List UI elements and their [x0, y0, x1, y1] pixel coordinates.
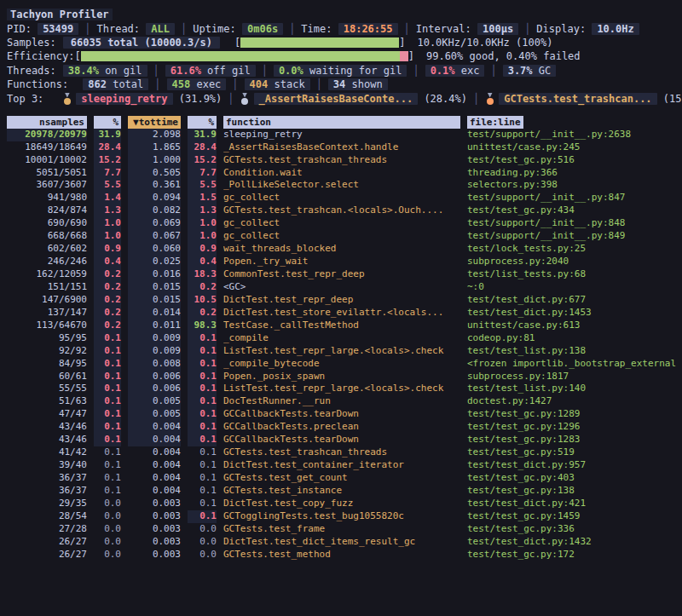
cell-nsamples: 95/95 — [7, 332, 87, 345]
cell-nsamples: 824/874 — [7, 204, 87, 217]
cell-nsamples: 147/6900 — [7, 294, 87, 307]
status-label: Uptime: — [193, 23, 242, 35]
cell-file-line: selectors.py:398 — [467, 179, 682, 192]
efficiency-line: Efficiency:[]99.60% good, 0.40% failed — [7, 49, 682, 63]
cell-tottime: 0.005 — [128, 395, 181, 408]
cell-pct-cumulative: 98.3 — [188, 320, 217, 332]
status-value: ALL — [146, 23, 175, 35]
separator-icon: │ — [518, 23, 536, 35]
table-row: 29/350.00.0030.1DictTest.test_copy_fuzzt… — [7, 498, 682, 510]
cell-nsamples: 137/147 — [7, 307, 87, 320]
status-value: 18:26:55 — [338, 23, 398, 35]
table-row: 26/270.00.0030.0GCTests.test_methodtest/… — [7, 549, 682, 561]
table-row: 162/120590.20.01618.3CommonTest.test_rep… — [7, 268, 682, 281]
table-row: 84/950.10.0080.1_compile_bytecode<frozen… — [7, 358, 682, 371]
table-row: 246/2460.40.0250.4Popen._try_waitsubproc… — [7, 256, 682, 268]
status-label: Time: — [301, 23, 338, 35]
cell-function: gc_collect — [223, 217, 460, 230]
cell-pct-cumulative: 0.1 — [188, 395, 217, 408]
metric-chip: 61.6% off gil — [165, 65, 256, 77]
cell-file-line: test/list_tests.py:68 — [467, 268, 682, 281]
metric-value: 0.0% — [279, 65, 303, 77]
metric-value: 61.6% — [170, 65, 201, 77]
cell-file-line: test/test_gc.py:403 — [467, 472, 682, 485]
bronze-medal-icon — [485, 93, 494, 105]
cell-pct-cumulative: 0.1 — [188, 446, 217, 459]
cell-pct-direct: 0.2 — [94, 268, 121, 281]
column-header-pct-cumulative[interactable]: % — [188, 116, 217, 129]
metric-unit: waiting for gil — [303, 65, 402, 77]
table-row: 147/69000.20.01510.5DictTest.test_repr_d… — [7, 294, 682, 307]
cell-function: sleeping_retry — [223, 129, 460, 141]
cell-nsamples: 27/28 — [7, 523, 87, 536]
column-header-function[interactable]: function — [223, 116, 460, 129]
cell-function: Popen._try_wait — [223, 256, 460, 268]
column-header-file-line[interactable]: file:line — [467, 116, 523, 129]
top3-list: sleeping_retry (31.9%)│_AssertRaisesBase… — [62, 93, 682, 105]
footer-legend: nsamples: direct/cumulative (direct=exec… — [7, 613, 682, 616]
cell-file-line: test/test_dict.py:957 — [467, 459, 682, 472]
cell-nsamples: 92/92 — [7, 345, 87, 358]
cell-nsamples: 26/27 — [7, 549, 87, 561]
cell-file-line: test/test_gc.py:138 — [467, 485, 682, 498]
status-label: Thread: — [96, 23, 146, 35]
cell-file-line: test/test_gc.py:519 — [467, 446, 682, 459]
cell-function: DictTest.test_copy_fuzz — [223, 498, 460, 510]
cell-pct-cumulative: 0.1 — [188, 345, 217, 358]
metric-unit: on gil — [99, 65, 142, 77]
cell-tottime: 0.009 — [128, 332, 181, 345]
cell-pct-cumulative: 0.0 — [188, 549, 217, 561]
metric-chip: 404 stack — [245, 78, 310, 90]
cell-file-line: test/test_gc.py:516 — [467, 154, 682, 167]
cell-pct-cumulative: 0.1 — [188, 510, 217, 523]
cell-nsamples: 39/40 — [7, 459, 87, 472]
cell-nsamples: 26/27 — [7, 536, 87, 549]
metric-chip: 3.7% GC — [503, 65, 557, 77]
cell-nsamples: 28/54 — [7, 510, 87, 523]
cell-nsamples: 84/95 — [7, 358, 87, 371]
separator-icon: │ — [148, 78, 166, 90]
table-row: 10001/1000215.21.00015.2GCTests.test_tra… — [7, 154, 682, 167]
metric-unit: stack — [268, 78, 304, 90]
cell-pct-direct: 0.1 — [94, 472, 121, 485]
cell-pct-cumulative: 28.4 — [188, 141, 217, 154]
cell-tottime: 0.067 — [128, 230, 181, 243]
table-row: 95/950.10.0090.1_compilecodeop.py:81 — [7, 332, 682, 345]
cell-function: GCTests.test_trashcan_threads — [223, 446, 460, 459]
cell-tottime: 0.008 — [128, 358, 181, 371]
samples-line: Samples:66035 total (10000.3/s)[]10.0KHz… — [7, 36, 682, 49]
separator-icon: │ — [398, 23, 416, 35]
cell-tottime: 0.082 — [128, 204, 181, 217]
cell-pct-direct: 0.1 — [94, 421, 121, 434]
top3-line: Top 3:sleeping_retry (31.9%)│_AssertRais… — [7, 91, 682, 105]
table-row: 47/470.10.0050.1GCCallbackTests.tearDown… — [7, 408, 682, 421]
separator-icon: │ — [283, 23, 301, 35]
table-row: 92/920.10.0090.1ListTest.test_repr_large… — [7, 345, 682, 358]
table-row: 824/8741.30.0821.3GCTests.test_trashcan.… — [7, 204, 682, 217]
column-header-tottime[interactable]: ▼tottime — [128, 116, 181, 129]
column-header-pct-direct[interactable]: % — [94, 116, 121, 129]
cell-pct-cumulative: 0.2 — [188, 307, 217, 320]
cell-pct-cumulative: 0.0 — [188, 536, 217, 549]
tachyon-profiler-app: Tachyon Profiler PID: 53499│Thread: ALL│… — [0, 0, 682, 616]
cell-file-line: unittest/case.py:245 — [467, 141, 682, 154]
cell-pct-direct: 0.1 — [94, 459, 121, 472]
cell-pct-cumulative: 31.9 — [188, 129, 217, 141]
samples-bar-close-bracket: ] — [399, 37, 405, 49]
cell-pct-direct: 0.2 — [94, 307, 121, 320]
table-row: 26/270.00.0030.0DictTest.test_dict_items… — [7, 536, 682, 549]
cell-tottime: 0.004 — [128, 421, 181, 434]
column-header-nsamples[interactable]: nsamples — [7, 116, 87, 129]
cell-pct-cumulative: 0.1 — [188, 421, 217, 434]
top-function-pct: (15.2%) — [657, 93, 682, 105]
cell-nsamples: 47/47 — [7, 408, 87, 421]
cell-pct-direct: 0.2 — [94, 281, 121, 294]
cell-pct-cumulative: 0.2 — [188, 281, 217, 294]
cell-file-line: test/test_gc.py:1289 — [467, 408, 682, 421]
cell-pct-cumulative: 0.1 — [188, 332, 217, 345]
table-header-row: nsamples%▼tottime%functionfile:line — [7, 116, 682, 129]
cell-nsamples: 941/980 — [7, 192, 87, 204]
cell-function: <GC> — [223, 281, 460, 294]
cell-pct-cumulative: 1.5 — [188, 192, 217, 204]
cell-pct-direct: 1.3 — [94, 204, 121, 217]
